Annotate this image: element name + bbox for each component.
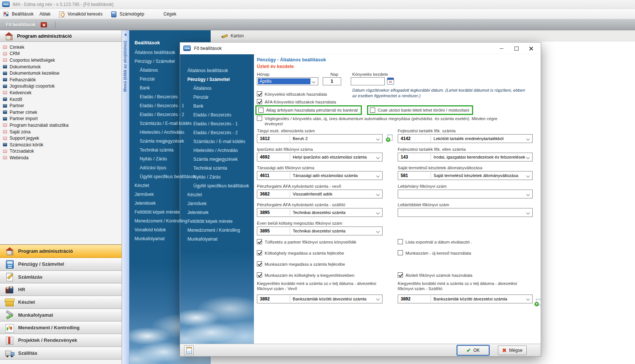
dialog-nav-item[interactable]: Eladás / Beszerzés - 1	[180, 119, 254, 128]
checkbox-icon[interactable]	[257, 261, 262, 266]
dialog-nav-item[interactable]: Számla megjegyzések	[180, 155, 254, 164]
booking-start-input[interactable]	[351, 77, 385, 85]
account-select[interactable]	[398, 190, 533, 198]
dialog-nav-item[interactable]: Általános beállítások	[180, 66, 254, 75]
report-button[interactable]	[184, 346, 194, 355]
checkbox-last-bank-highlighted[interactable]: Csak utolsó banki tételt lehet törölni /…	[367, 105, 473, 115]
checkbox-icon[interactable]	[257, 91, 262, 96]
sidebar-item[interactable]: Saját zóna	[0, 129, 122, 135]
module-button[interactable]: Szállítás	[0, 347, 122, 360]
sidebar-item[interactable]: Jogosultsági csoportok	[0, 83, 122, 90]
sidebar-item[interactable]: Partner import	[0, 116, 122, 122]
checkbox-icon[interactable]	[398, 272, 403, 278]
sidebar-item[interactable]: Webiroda	[0, 154, 122, 161]
ok-button[interactable]: ✔ OK	[457, 346, 489, 355]
module-button[interactable]: Számlázás	[0, 271, 122, 283]
sidebar-item[interactable]: Program használati statisztika	[0, 122, 122, 129]
menu-collapse-strip[interactable]: Menü (klikk az elrejtéshez)	[122, 30, 129, 364]
module-button[interactable]: Munkafolyamat	[0, 309, 122, 322]
dialog-nav-item[interactable]: Pénzügy / Számvitel	[180, 75, 254, 84]
sidebar-item[interactable]: CRM	[0, 51, 122, 57]
sidebar-item[interactable]: Support jegyek	[0, 135, 122, 142]
account-select[interactable]: 4611 Társasági adó elszámolási számla	[257, 171, 383, 180]
tab-close-icon[interactable]	[41, 22, 47, 27]
module-button[interactable]: Program adminisztráció	[0, 245, 122, 258]
module-button[interactable]: Menedzsment / Kontrolling	[0, 322, 122, 334]
sidebar-item[interactable]: Partner	[0, 102, 122, 109]
menu-item-beallitasok[interactable]: Beállítások	[9, 10, 37, 18]
dialog-nav-item[interactable]: Pénztár	[180, 93, 254, 102]
dialog-nav-item[interactable]: Menedzsment / Kontrolling	[180, 226, 254, 235]
sidebar-item[interactable]: Csoportos lehetőségek	[0, 57, 122, 64]
dialog-nav-item[interactable]: Eladás / Beszerzés	[180, 110, 254, 119]
sidebar-item[interactable]: Kedvencek	[0, 89, 122, 96]
checkbox-icon[interactable]	[257, 116, 262, 121]
checkbox-icon[interactable]	[398, 250, 403, 255]
dialog-nav-item[interactable]: Járművek	[180, 199, 254, 208]
checkbox-finalize[interactable]: Véglegesítés / könyvelés után, új, üres …	[257, 116, 504, 126]
dialog-nav-item[interactable]: Feltöltött képek mérete	[180, 217, 254, 226]
account-select[interactable]: 4692 Helyi iparűzési adó elszámolási szá…	[257, 153, 383, 161]
dialog-nav-item[interactable]: Készlet	[180, 190, 254, 199]
account-select[interactable]	[398, 208, 533, 217]
dialog-nav-item[interactable]: Ügyfél specifikus beállítások	[180, 181, 254, 190]
account-select[interactable]: 3682 Visszatérítendő adók	[257, 190, 383, 198]
sidebar-item[interactable]: Kezdő	[0, 96, 122, 103]
add-account-icon[interactable]	[387, 135, 392, 141]
dialog-nav-item[interactable]: Bank	[180, 102, 254, 110]
account-select[interactable]: 3892 Bankszámlák közötti átvezetési szám…	[398, 295, 533, 303]
dialog-nav-item[interactable]: Hitelesítés / Archiválás	[180, 146, 254, 155]
maximize-icon[interactable]	[509, 42, 524, 54]
sidebar-item[interactable]: Cimkék	[0, 44, 122, 51]
minimize-icon[interactable]	[494, 42, 509, 54]
sidebar-item[interactable]: Törzsadatok	[0, 148, 122, 155]
checkbox-worknum-header[interactable]: Munkaszám megadása a számla fejlécébe	[257, 261, 345, 267]
checkbox-icon[interactable]	[370, 108, 375, 113]
dialog-nav-item[interactable]: Számlázás / E-mail küldés	[180, 137, 254, 146]
menu-item-vonalkod-kereses[interactable]: Vonalkód keresés	[65, 10, 106, 18]
checkbox-icon[interactable]	[257, 250, 262, 255]
tab-karton[interactable]: Karton	[217, 32, 248, 40]
checkbox-icon[interactable]	[398, 239, 403, 244]
dialog-nav-item[interactable]: Jelentések	[180, 208, 254, 217]
account-select[interactable]: 4142 Lekötött tartalék eredménytartalékb…	[398, 134, 533, 143]
module-button[interactable]: Készlet	[0, 296, 122, 309]
account-select[interactable]: 3895 Technikai átvezetési számla	[257, 208, 383, 217]
dialog-nav-item[interactable]: Nyitás / Zárás	[180, 173, 254, 181]
sidebar-item[interactable]: Felhasználók	[0, 76, 122, 83]
checkbox-avg-rate-highlighted[interactable]: Átlag árfolyam használata pénztárnál és …	[255, 105, 362, 115]
module-button[interactable]: Projektek / Rendezvények	[0, 334, 122, 347]
checkbox-costcenter[interactable]: Költséghely megadása a számla fejlécébe	[257, 250, 344, 256]
close-icon[interactable]	[524, 42, 539, 54]
checkbox-list-export[interactable]: Lista exportnál a dátum elválasztó .	[398, 239, 472, 245]
add-account-icon[interactable]	[535, 299, 541, 306]
module-button[interactable]: Pénzügy / Számvitel	[0, 258, 122, 271]
account-select[interactable]: 3895 Technikai átvezetési számla	[257, 227, 383, 235]
checkbox-periods[interactable]: Könyvelési időszakok használata	[257, 91, 327, 97]
checkbox-icon[interactable]	[257, 239, 262, 244]
sidebar-item[interactable]: Dokumentumok kezelése	[0, 70, 122, 76]
checkbox-icon[interactable]	[258, 108, 264, 113]
dialog-nav-item[interactable]: Technikai számla	[180, 164, 254, 173]
sidebar-item[interactable]: Partner címek	[0, 109, 122, 116]
day-input[interactable]	[323, 77, 341, 85]
account-select[interactable]: 3892 Bankszámlák közötti átvezetési szám…	[257, 295, 383, 303]
checkbox-overpay[interactable]: Túlfizetés a partner főkönyvi számra kön…	[257, 239, 356, 245]
calendar-icon[interactable]	[387, 78, 394, 85]
checkbox-icon[interactable]	[257, 272, 262, 278]
dialog-nav-item[interactable]: Általános	[180, 84, 254, 93]
checkbox-worknum-search[interactable]: Munkaszám - új kereső használata	[398, 250, 471, 256]
module-button[interactable]: HR	[0, 283, 122, 296]
checkbox-worknum-settle[interactable]: Munkaszám és költséghely a kiegyenlítése…	[257, 272, 354, 278]
checkbox-icon[interactable]	[257, 99, 262, 104]
menu-item-cegek[interactable]: Cégek	[160, 10, 179, 18]
month-select[interactable]: Április	[257, 77, 318, 85]
account-select[interactable]: 143 Irodai, igazgatási berendezések és f…	[398, 153, 533, 161]
dialog-nav-item[interactable]: Munkafolyamat	[180, 235, 254, 244]
cancel-button[interactable]: ✖ Mégse	[498, 346, 527, 355]
account-select[interactable]: 581 Saját termelésű készletek állományvá…	[398, 171, 533, 180]
tab-fo-beallitasok[interactable]: Fő beállítások	[6, 22, 35, 27]
sidebar-item[interactable]: Számozási körök	[0, 142, 122, 148]
account-select[interactable]: 1612 Beruh 2	[257, 134, 383, 143]
dialog-titlebar[interactable]: ima Fő beállítások	[180, 42, 541, 54]
